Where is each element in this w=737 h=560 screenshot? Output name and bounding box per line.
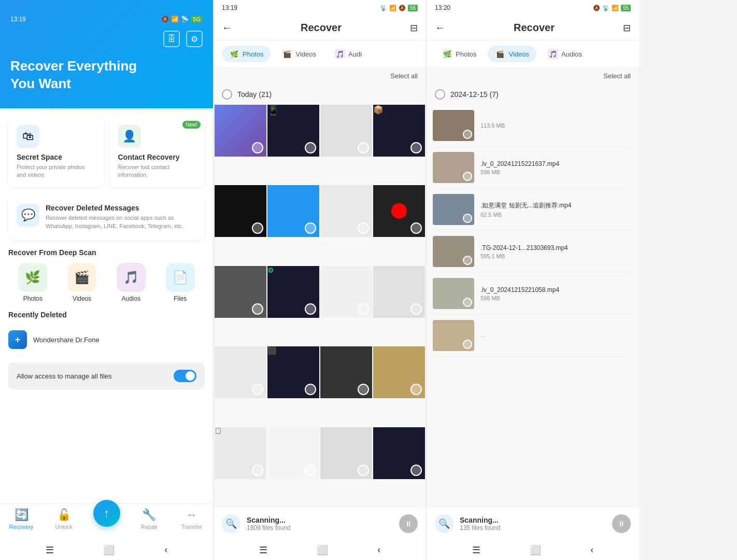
photo-check[interactable] <box>410 142 422 153</box>
home-icon[interactable]: ⬜ <box>103 544 115 556</box>
video-check-5[interactable] <box>463 298 472 307</box>
tab3-videos[interactable]: 🎬 Videos <box>488 46 536 62</box>
section3-label: 2024-12-15 (7) <box>450 90 499 99</box>
photo-check[interactable] <box>252 303 263 315</box>
photos-scan-item[interactable]: 🌿 Photos <box>18 263 47 302</box>
nav-recovery[interactable]: 🔄 Recovery <box>0 508 42 530</box>
video-check-2[interactable] <box>463 172 472 181</box>
photo-check[interactable] <box>252 465 263 476</box>
photo-cell[interactable] <box>373 427 425 479</box>
photo-cell[interactable] <box>267 427 319 479</box>
video-item-2[interactable]: .lv_0_20241215221637.mp4 598 MB <box>433 147 633 189</box>
photo-cell[interactable]: 📱 <box>267 105 319 157</box>
section-checkbox[interactable] <box>222 89 232 100</box>
menu-icon-2[interactable]: ☰ <box>259 544 267 556</box>
photo-check[interactable] <box>305 303 316 315</box>
recover2-title: Recover <box>301 22 342 34</box>
back-icon[interactable]: ‹ <box>164 544 167 556</box>
menu-icon[interactable]: ☰ <box>46 544 54 556</box>
photo-cell[interactable] <box>320 266 372 318</box>
photo-cell[interactable] <box>373 185 425 237</box>
photo-cell[interactable] <box>215 346 266 398</box>
photo-cell[interactable] <box>320 185 372 237</box>
allow-toggle[interactable] <box>174 370 196 382</box>
photo-cell[interactable]: 📋 <box>215 427 266 479</box>
home-icon-3[interactable]: ⬜ <box>530 544 541 556</box>
video-check-1[interactable] <box>463 130 472 139</box>
video-thumb-6 <box>433 320 474 351</box>
photo-check[interactable] <box>305 142 316 153</box>
photo-cell[interactable] <box>320 427 372 479</box>
main-content: 🛍 Secret Space Protect your private phot… <box>0 108 213 503</box>
status-time: 13:19 <box>10 16 26 23</box>
photo-check[interactable] <box>358 303 369 315</box>
photo-check[interactable] <box>305 222 316 234</box>
back-icon-2[interactable]: ‹ <box>377 544 380 556</box>
tab3-audios[interactable]: 🎵 Audios <box>541 46 589 62</box>
videos-scan-item[interactable]: 🎬 Videos <box>67 263 96 302</box>
photo-check[interactable] <box>252 384 263 395</box>
photo-cell[interactable]: 📦 <box>373 105 425 157</box>
recover3-back[interactable]: ← <box>435 22 445 34</box>
recover-messages-card[interactable]: 💬 Recover Deleted Messages Recover delet… <box>8 195 205 240</box>
photo-cell[interactable] <box>267 185 319 237</box>
photo-cell[interactable] <box>215 266 266 318</box>
video-check-3[interactable] <box>463 214 472 223</box>
photo-check[interactable] <box>305 465 316 476</box>
photo-cell[interactable] <box>215 185 266 237</box>
video-item-1[interactable]: 113.5 MB <box>433 105 633 147</box>
nav-unlock[interactable]: 🔓 Unlock <box>42 508 85 530</box>
nav-center[interactable]: ↑ <box>85 508 127 530</box>
filter2-icon[interactable]: ⊟ <box>410 22 418 34</box>
recover2-back[interactable]: ← <box>222 22 232 34</box>
settings-icon[interactable]: ⚙ <box>186 31 203 47</box>
photo-check[interactable] <box>410 465 422 476</box>
tab-audios[interactable]: 🎵 Audi <box>328 46 369 62</box>
photo-cell[interactable]: ⬛ <box>267 346 319 398</box>
home-icon-2[interactable]: ⬜ <box>317 544 328 556</box>
photo-check[interactable] <box>358 384 369 395</box>
pause-btn-2[interactable]: ⏸ <box>399 514 418 533</box>
photo-check[interactable] <box>410 303 422 315</box>
photo-check[interactable] <box>252 142 263 153</box>
photo-check[interactable] <box>252 222 263 234</box>
photo-cell[interactable] <box>320 105 372 157</box>
nav-transfer[interactable]: ↔ Transfer <box>171 508 213 530</box>
photo-check[interactable] <box>358 222 369 234</box>
tab-photos[interactable]: 🌿 Photos <box>222 46 271 62</box>
contact-recovery-card[interactable]: New! 👤 Contact Recovery Recover lost con… <box>110 117 205 188</box>
section3-checkbox[interactable] <box>435 89 445 100</box>
files-scan-item[interactable]: 📄 Files <box>166 263 195 302</box>
video-item-3[interactable]: .如意满堂 短剧无...追剧推荐.mp4 62.5 MB <box>433 189 633 231</box>
photo-cell[interactable]: ⚙ <box>267 266 319 318</box>
storage-icon[interactable]: 🗄 <box>163 31 180 47</box>
contact-icon: 👤 <box>118 125 141 148</box>
video-item-6[interactable]: ... <box>433 315 633 357</box>
photo-check[interactable] <box>410 222 422 234</box>
filter3-icon[interactable]: ⊟ <box>623 22 631 34</box>
photo-cell[interactable] <box>215 105 266 157</box>
videos-icon: 🎬 <box>67 263 96 292</box>
photo-check[interactable] <box>358 465 369 476</box>
back-icon-3[interactable]: ‹ <box>590 544 593 556</box>
secret-space-card[interactable]: 🛍 Secret Space Protect your private phot… <box>8 117 104 188</box>
menu-icon-3[interactable]: ☰ <box>472 544 480 556</box>
video-item-4[interactable]: .TG-2024-12-1...21303693.mp4 595.1 MB <box>433 231 633 273</box>
photo-cell[interactable] <box>373 346 425 398</box>
pause-btn-3[interactable]: ⏸ <box>612 514 631 533</box>
video-item-5[interactable]: .lv_0_20241215221058.mp4 598 MB <box>433 273 633 315</box>
audios-scan-item[interactable]: 🎵 Audios <box>117 263 146 302</box>
tab-videos[interactable]: 🎬 Videos <box>275 46 323 62</box>
photo-check[interactable] <box>358 142 369 153</box>
select-all-text-3[interactable]: Select all <box>603 72 631 80</box>
video-check-6[interactable] <box>463 340 472 349</box>
nav-repair[interactable]: 🔧 Repair <box>128 508 171 530</box>
tab3-photos[interactable]: 🌿 Photos <box>435 46 484 62</box>
photo-check[interactable] <box>410 384 422 395</box>
photo-cell[interactable] <box>373 266 425 318</box>
photo-cell[interactable] <box>320 346 372 398</box>
select-all-text[interactable]: Select all <box>390 72 418 80</box>
photo-check[interactable] <box>305 384 316 395</box>
deep-scan-title: Recover From Deep Scan <box>8 248 205 257</box>
video-check-4[interactable] <box>463 256 472 265</box>
